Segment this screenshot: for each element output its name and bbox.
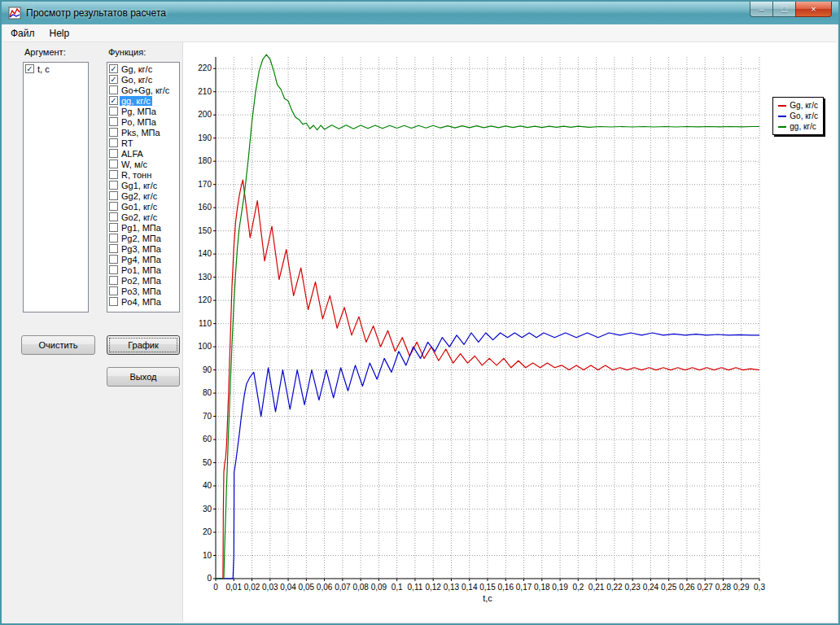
- checkbox-unchecked-icon[interactable]: [109, 255, 118, 264]
- legend-entry-label: Go, кг/с: [790, 111, 818, 120]
- minimize-button-icon[interactable]: –: [750, 2, 773, 17]
- svg-text:120: 120: [198, 295, 212, 304]
- svg-text:0: 0: [207, 574, 212, 583]
- checkbox-unchecked-icon[interactable]: [109, 181, 118, 190]
- checkbox-unchecked-icon[interactable]: [109, 202, 118, 211]
- list-item-label: Go2, кг/с: [120, 212, 159, 222]
- list-item[interactable]: Go2, кг/с: [108, 212, 178, 222]
- list-item[interactable]: W, м/с: [108, 159, 178, 169]
- maximize-button-icon[interactable]: □: [773, 2, 795, 17]
- checkbox-unchecked-icon[interactable]: [109, 138, 118, 147]
- list-item[interactable]: Pg, МПа: [108, 106, 178, 116]
- checkbox-checked-icon[interactable]: ✓: [109, 96, 118, 105]
- menu-file[interactable]: Файл: [3, 25, 42, 42]
- checkbox-unchecked-icon[interactable]: [109, 212, 118, 221]
- svg-text:0,25: 0,25: [661, 583, 677, 592]
- list-item[interactable]: ✓gg, кг/с: [108, 95, 178, 106]
- window-title: Просмотр результатов расчета: [26, 7, 166, 19]
- svg-text:80: 80: [203, 388, 212, 397]
- svg-text:130: 130: [198, 273, 212, 282]
- svg-text:220: 220: [198, 63, 212, 72]
- list-item[interactable]: ✓t, с: [24, 63, 87, 74]
- checkbox-unchecked-icon[interactable]: [109, 191, 118, 200]
- title-bar: Просмотр результатов расчета – □ ×: [2, 2, 838, 24]
- menu-help[interactable]: Help: [42, 25, 77, 42]
- checkbox-unchecked-icon[interactable]: [109, 170, 118, 179]
- list-item[interactable]: Pg1, МПа: [108, 222, 178, 233]
- list-item[interactable]: Po3, МПа: [108, 286, 178, 296]
- list-item-label: Gg1, кг/с: [120, 181, 159, 190]
- list-item[interactable]: Go1, кг/с: [108, 201, 178, 212]
- argument-listbox[interactable]: ✓t, с: [23, 62, 89, 312]
- svg-text:0,18: 0,18: [534, 583, 550, 592]
- svg-text:0,19: 0,19: [552, 583, 568, 592]
- checkbox-checked-icon[interactable]: ✓: [25, 64, 34, 73]
- list-item[interactable]: Po, МПа: [108, 116, 178, 127]
- svg-text:0,05: 0,05: [299, 583, 315, 592]
- checkbox-unchecked-icon[interactable]: [109, 85, 118, 94]
- legend-entry-label: gg, кг/с: [790, 122, 816, 131]
- svg-text:0,14: 0,14: [462, 583, 478, 592]
- function-listbox[interactable]: ✓Gg, кг/с✓Go, кг/сGo+Gg, кг/с✓gg, кг/сPg…: [107, 62, 180, 312]
- list-item[interactable]: Pg4, МПа: [108, 254, 178, 264]
- list-item[interactable]: R, тонн: [108, 169, 178, 180]
- list-item[interactable]: Po1, МПа: [108, 264, 178, 275]
- argument-label: Аргумент:: [24, 47, 66, 57]
- checkbox-unchecked-icon[interactable]: [109, 265, 118, 274]
- checkbox-unchecked-icon[interactable]: [109, 160, 118, 168]
- list-item-label: Po4, МПа: [120, 297, 163, 307]
- svg-text:150: 150: [198, 226, 212, 235]
- list-item[interactable]: Pg2, МПа: [108, 233, 178, 243]
- list-item[interactable]: ✓Go, кг/с: [108, 74, 178, 85]
- list-item-label: Go1, кг/с: [120, 202, 159, 212]
- list-item[interactable]: Pks, МПа: [108, 127, 178, 138]
- svg-text:90: 90: [203, 365, 212, 374]
- checkbox-unchecked-icon[interactable]: [109, 297, 118, 306]
- svg-text:0,24: 0,24: [643, 583, 659, 592]
- svg-text:20: 20: [203, 527, 212, 536]
- menu-bar: Файл Help: [3, 24, 837, 42]
- checkbox-unchecked-icon[interactable]: [109, 276, 118, 285]
- clear-button[interactable]: Очистить: [21, 335, 95, 355]
- app-icon: [8, 7, 21, 20]
- svg-text:0,04: 0,04: [280, 583, 296, 592]
- svg-text:200: 200: [198, 110, 212, 119]
- svg-text:0,13: 0,13: [444, 583, 460, 592]
- list-item-label: Pg1, МПа: [120, 223, 163, 233]
- list-item-label: Gg2, кг/с: [120, 191, 159, 201]
- close-button-icon[interactable]: ×: [795, 2, 832, 17]
- checkbox-unchecked-icon[interactable]: [109, 234, 118, 243]
- list-item[interactable]: Gg2, кг/с: [108, 190, 178, 201]
- checkbox-unchecked-icon[interactable]: [109, 286, 118, 295]
- checkbox-unchecked-icon[interactable]: [109, 223, 118, 232]
- list-item-label: Gg, кг/с: [120, 64, 154, 74]
- checkbox-checked-icon[interactable]: ✓: [109, 75, 118, 84]
- checkbox-unchecked-icon[interactable]: [109, 107, 118, 116]
- legend-color-dash: [778, 105, 786, 107]
- chart-legend: Gg, кг/сGo, кг/сgg, кг/с: [772, 97, 824, 135]
- svg-text:0,17: 0,17: [516, 583, 532, 592]
- checkbox-unchecked-icon[interactable]: [109, 128, 118, 137]
- legend-entry-label: Gg, кг/с: [790, 101, 818, 110]
- plot-button[interactable]: График: [107, 335, 180, 355]
- list-item[interactable]: RT: [108, 138, 178, 148]
- list-item[interactable]: Pg3, МПа: [108, 243, 178, 254]
- list-item[interactable]: Po4, МПа: [108, 296, 178, 307]
- list-item[interactable]: Po2, МПа: [108, 275, 178, 286]
- checkbox-checked-icon[interactable]: ✓: [109, 64, 118, 73]
- client-area: Аргумент: Функция: ✓t, с ✓Gg, кг/с✓Go, к…: [3, 42, 837, 622]
- svg-text:0,03: 0,03: [262, 583, 278, 592]
- exit-button[interactable]: Выход: [107, 367, 180, 387]
- list-item[interactable]: ALFA: [108, 148, 178, 159]
- checkbox-unchecked-icon[interactable]: [109, 244, 118, 253]
- svg-text:110: 110: [199, 319, 212, 328]
- legend-color-dash: [778, 116, 786, 117]
- list-item-label: ALFA: [120, 149, 145, 159]
- list-item[interactable]: Go+Gg, кг/с: [108, 85, 178, 95]
- checkbox-unchecked-icon[interactable]: [109, 149, 118, 158]
- list-item[interactable]: Gg1, кг/с: [108, 180, 178, 190]
- svg-text:210: 210: [198, 87, 212, 96]
- checkbox-unchecked-icon[interactable]: [109, 117, 118, 126]
- list-item[interactable]: ✓Gg, кг/с: [108, 63, 178, 74]
- svg-text:0: 0: [213, 583, 218, 592]
